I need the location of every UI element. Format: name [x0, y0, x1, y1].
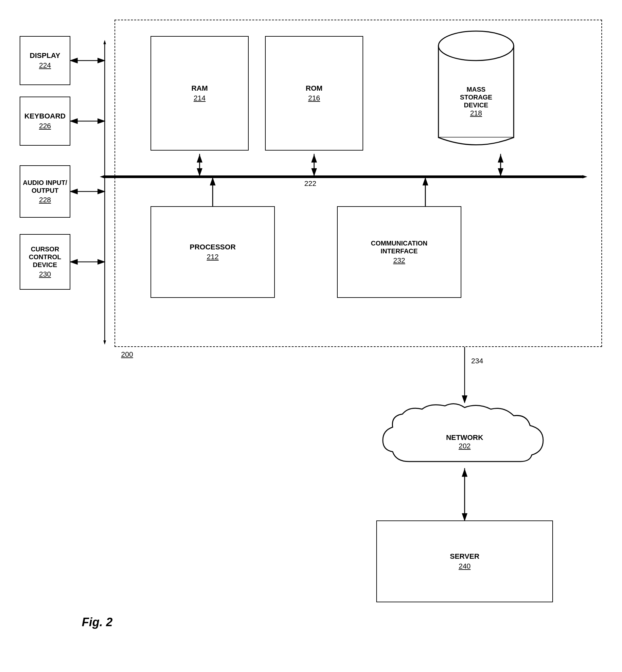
fig-label: Fig. 2 — [82, 615, 112, 629]
display-id: 224 — [39, 61, 51, 70]
svg-marker-5 — [103, 40, 106, 44]
keyboard-box: KEYBOARD 226 — [20, 97, 70, 146]
display-box: DISPLAY 224 — [20, 36, 70, 85]
ram-label: RAM — [192, 84, 208, 93]
mass-storage-id: 218 — [470, 109, 482, 117]
ram-box: RAM 214 — [150, 36, 249, 150]
diagram-container: 200 DISPLAY 224 KEYBOARD 226 AUDIO INPUT… — [10, 10, 612, 658]
mass-storage-cylinder: MASSSTORAGEDEVICE 218 — [435, 26, 517, 150]
server-label: SERVER — [450, 552, 479, 561]
comm-interface-label: COMMUNICATIONINTERFACE — [371, 239, 428, 255]
keyboard-id: 226 — [39, 122, 51, 130]
ram-id: 214 — [194, 94, 206, 102]
network-label: NETWORK — [446, 433, 483, 442]
rom-label: ROM — [306, 84, 322, 93]
rom-box: ROM 216 — [265, 36, 363, 150]
network-id: 202 — [459, 442, 471, 450]
network-conn-label: 234 — [471, 357, 483, 365]
audio-io-label: AUDIO INPUT/OUTPUT — [23, 179, 67, 195]
audio-io-box: AUDIO INPUT/OUTPUT 228 — [20, 165, 70, 218]
comm-interface-box: COMMUNICATIONINTERFACE 232 — [337, 206, 461, 298]
cursor-label: CURSORCONTROLDEVICE — [29, 245, 61, 269]
bus-label: 222 — [304, 179, 316, 188]
network-cloud: NETWORK 202 — [376, 403, 553, 475]
processor-label: PROCESSOR — [190, 243, 236, 251]
svg-marker-12 — [100, 175, 105, 178]
server-box: SERVER 240 — [376, 520, 553, 602]
keyboard-label: KEYBOARD — [25, 112, 66, 121]
cursor-id: 230 — [39, 270, 51, 278]
display-label: DISPLAY — [30, 52, 60, 60]
svg-point-28 — [439, 31, 514, 61]
server-id: 240 — [459, 562, 471, 571]
cursor-control-box: CURSORCONTROLDEVICE 230 — [20, 234, 70, 290]
processor-box: PROCESSOR 212 — [150, 206, 275, 298]
system-id-label: 200 — [121, 350, 133, 359]
mass-storage-label: MASSSTORAGEDEVICE — [460, 86, 492, 109]
audio-io-id: 228 — [39, 196, 51, 204]
rom-id: 216 — [308, 94, 320, 102]
comm-interface-id: 232 — [393, 256, 405, 265]
processor-id: 212 — [207, 253, 219, 261]
svg-marker-6 — [103, 340, 106, 345]
